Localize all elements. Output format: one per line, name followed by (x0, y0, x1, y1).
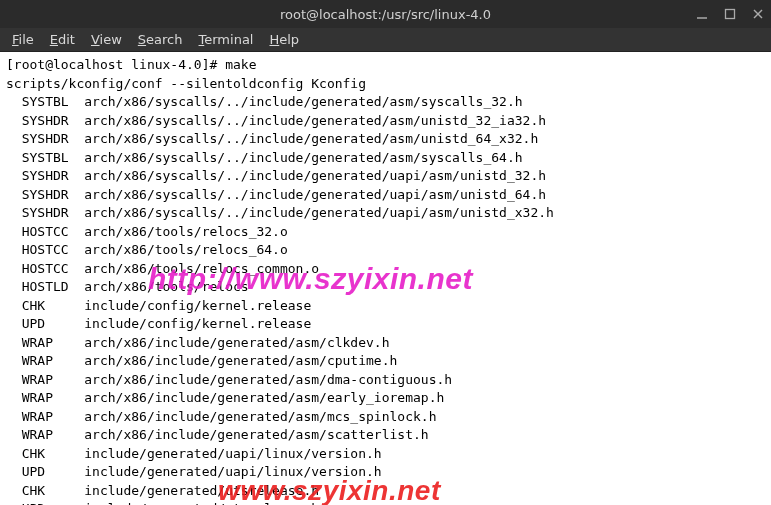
terminal-output[interactable]: [root@localhost linux-4.0]# makescripts/… (0, 52, 771, 505)
output-line: UPD include/generated/uapi/linux/version… (6, 463, 765, 482)
output-line: CHK include/config/kernel.release (6, 297, 765, 316)
output-line: SYSHDR arch/x86/syscalls/../include/gene… (6, 112, 765, 131)
output-line: HOSTCC arch/x86/tools/relocs_common.o (6, 260, 765, 279)
output-line: HOSTCC arch/x86/tools/relocs_64.o (6, 241, 765, 260)
output-line: WRAP arch/x86/include/generated/asm/earl… (6, 389, 765, 408)
output-line: HOSTCC arch/x86/tools/relocs_32.o (6, 223, 765, 242)
menu-terminal[interactable]: Terminal (193, 30, 260, 49)
menu-edit[interactable]: Edit (44, 30, 81, 49)
close-icon[interactable] (751, 7, 765, 21)
output-line: SYSHDR arch/x86/syscalls/../include/gene… (6, 130, 765, 149)
menubar: File Edit View Search Terminal Help (0, 28, 771, 52)
output-line: WRAP arch/x86/include/generated/asm/cput… (6, 352, 765, 371)
output-line: SYSHDR arch/x86/syscalls/../include/gene… (6, 204, 765, 223)
window-title: root@localhost:/usr/src/linux-4.0 (280, 7, 491, 22)
window-controls (695, 0, 765, 28)
output-line: SYSTBL arch/x86/syscalls/../include/gene… (6, 149, 765, 168)
output-line: WRAP arch/x86/include/generated/asm/mcs_… (6, 408, 765, 427)
maximize-icon[interactable] (723, 7, 737, 21)
output-line: HOSTLD arch/x86/tools/relocs (6, 278, 765, 297)
output-line: SYSHDR arch/x86/syscalls/../include/gene… (6, 186, 765, 205)
minimize-icon[interactable] (695, 7, 709, 21)
output-line: WRAP arch/x86/include/generated/asm/dma-… (6, 371, 765, 390)
output-line: SYSHDR arch/x86/syscalls/../include/gene… (6, 167, 765, 186)
output-line: UPD include/config/kernel.release (6, 315, 765, 334)
menu-help[interactable]: Help (263, 30, 305, 49)
svg-rect-1 (726, 10, 735, 19)
menu-view[interactable]: View (85, 30, 128, 49)
output-line: WRAP arch/x86/include/generated/asm/scat… (6, 426, 765, 445)
output-line: CHK include/generated/utsrelease.h (6, 482, 765, 501)
menu-file[interactable]: File (6, 30, 40, 49)
menu-search[interactable]: Search (132, 30, 189, 49)
output-line: WRAP arch/x86/include/generated/asm/clkd… (6, 334, 765, 353)
output-line: CHK include/generated/uapi/linux/version… (6, 445, 765, 464)
output-line: SYSTBL arch/x86/syscalls/../include/gene… (6, 93, 765, 112)
titlebar: root@localhost:/usr/src/linux-4.0 (0, 0, 771, 28)
output-line: UPD include/generated/utsrelease.h (6, 500, 765, 505)
prompt-line: [root@localhost linux-4.0]# make (6, 56, 765, 75)
output-line: scripts/kconfig/conf --silentoldconfig K… (6, 75, 765, 94)
